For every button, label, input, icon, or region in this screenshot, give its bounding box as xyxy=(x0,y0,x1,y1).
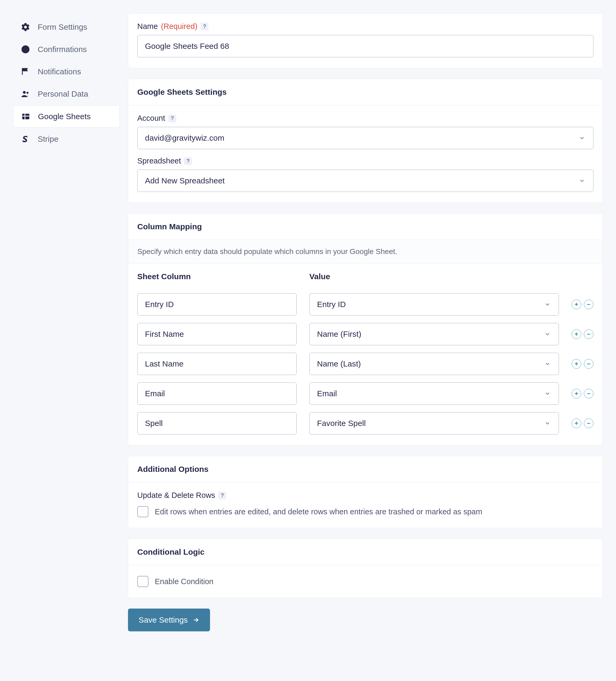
sidebar-item-form-settings[interactable]: Form Settings xyxy=(13,17,120,38)
update-delete-desc: Edit rows when entries are edited, and d… xyxy=(155,507,482,516)
account-label-row: Account ? xyxy=(137,114,593,123)
svg-point-1 xyxy=(23,91,26,94)
help-icon[interactable]: ? xyxy=(200,23,208,30)
sheet-column-input[interactable] xyxy=(137,323,297,345)
add-row-button[interactable]: + xyxy=(572,359,581,369)
save-button-label: Save Settings xyxy=(139,615,188,625)
chevron-down-icon xyxy=(544,301,551,308)
value-option: Favorite Spell xyxy=(317,419,366,428)
row-actions: +− xyxy=(572,300,593,309)
chevron-down-icon xyxy=(578,177,586,184)
arrow-right-icon xyxy=(193,616,199,624)
help-icon[interactable]: ? xyxy=(218,491,226,500)
help-icon[interactable]: ? xyxy=(168,115,176,122)
add-row-button[interactable]: + xyxy=(572,329,581,339)
chevron-down-icon xyxy=(544,390,551,397)
spreadsheet-label-row: Spreadsheet ? xyxy=(137,157,593,165)
value-select[interactable]: Name (First) xyxy=(309,323,559,345)
update-delete-label: Update & Delete Rows xyxy=(137,491,215,500)
remove-row-button[interactable]: − xyxy=(584,389,593,398)
chevron-down-icon xyxy=(544,420,551,427)
spreadsheet-label: Spreadsheet xyxy=(137,157,181,165)
value-select[interactable]: Favorite Spell xyxy=(309,412,559,434)
gear-icon xyxy=(21,22,30,32)
sheet-column-input[interactable] xyxy=(137,412,297,434)
row-actions: +− xyxy=(572,419,593,428)
value-option: Name (Last) xyxy=(317,359,361,368)
remove-row-button[interactable]: − xyxy=(584,359,593,369)
row-actions: +− xyxy=(572,359,593,369)
add-row-button[interactable]: + xyxy=(572,389,581,398)
grid-icon xyxy=(21,112,30,121)
update-delete-checkbox[interactable] xyxy=(137,506,148,517)
card-gsheets-settings: Google Sheets Settings Account ? david@g… xyxy=(128,79,603,203)
mapping-row: Name (First)+− xyxy=(137,323,593,345)
sheet-column-input[interactable] xyxy=(137,293,297,316)
row-actions: +− xyxy=(572,329,593,339)
sidebar-item-label: Confirmations xyxy=(38,45,87,54)
add-row-button[interactable]: + xyxy=(572,419,581,428)
sheet-column-input[interactable] xyxy=(137,353,297,375)
update-delete-label-row: Update & Delete Rows ? xyxy=(137,491,593,500)
name-label: Name xyxy=(137,22,158,31)
people-icon xyxy=(21,89,30,99)
check-circle-icon xyxy=(21,45,30,54)
account-label: Account xyxy=(137,114,165,123)
name-label-row: Name (Required) ? xyxy=(137,22,593,31)
flag-icon xyxy=(21,67,30,76)
sidebar-item-label: Google Sheets xyxy=(38,112,91,121)
sheet-column-header: Sheet Column xyxy=(137,272,297,281)
sidebar-item-label: Notifications xyxy=(38,67,81,76)
sidebar-item-label: Form Settings xyxy=(38,23,88,31)
value-option: Entry ID xyxy=(317,300,346,309)
spreadsheet-select[interactable]: Add New Spreadsheet xyxy=(137,170,593,192)
enable-condition-checkbox[interactable] xyxy=(137,576,148,587)
mapping-row: Favorite Spell+− xyxy=(137,412,593,434)
value-select[interactable]: Entry ID xyxy=(309,293,559,316)
account-value: david@gravitywiz.com xyxy=(145,133,224,143)
value-option: Email xyxy=(317,389,337,398)
feed-name-input[interactable] xyxy=(137,35,593,57)
mapping-row: Email+− xyxy=(137,382,593,405)
value-option: Name (First) xyxy=(317,330,361,339)
mapping-heading: Column Mapping xyxy=(128,213,602,240)
mapping-row: Name (Last)+− xyxy=(137,353,593,375)
add-row-button[interactable]: + xyxy=(572,300,581,309)
chevron-down-icon xyxy=(578,134,586,142)
mapping-description: Specify which entry data should populate… xyxy=(128,240,602,263)
remove-row-button[interactable]: − xyxy=(584,300,593,309)
required-tag: (Required) xyxy=(161,22,197,31)
svg-point-2 xyxy=(27,92,29,94)
enable-condition-label: Enable Condition xyxy=(155,577,214,586)
card-feed-name: Name (Required) ? xyxy=(128,13,603,68)
chevron-down-icon xyxy=(544,360,551,368)
card-conditional-logic: Conditional Logic Enable Condition xyxy=(128,539,603,598)
conditional-heading: Conditional Logic xyxy=(128,539,602,565)
chevron-down-icon xyxy=(544,330,551,338)
remove-row-button[interactable]: − xyxy=(584,329,593,339)
sidebar-item-google-sheets[interactable]: Google Sheets xyxy=(13,106,120,127)
sidebar-item-stripe[interactable]: Stripe xyxy=(13,128,120,150)
help-icon[interactable]: ? xyxy=(184,157,192,165)
sidebar-item-personal-data[interactable]: Personal Data xyxy=(13,83,120,105)
value-header: Value xyxy=(309,272,593,281)
gsheets-heading: Google Sheets Settings xyxy=(128,79,602,105)
card-additional-options: Additional Options Update & Delete Rows … xyxy=(128,456,603,528)
value-select[interactable]: Name (Last) xyxy=(309,353,559,375)
additional-heading: Additional Options xyxy=(128,456,602,482)
spreadsheet-value: Add New Spreadsheet xyxy=(145,176,225,185)
sidebar-item-notifications[interactable]: Notifications xyxy=(13,61,120,82)
row-actions: +− xyxy=(572,389,593,398)
value-select[interactable]: Email xyxy=(309,382,559,405)
sidebar-item-label: Personal Data xyxy=(38,90,88,98)
sheet-column-input[interactable] xyxy=(137,382,297,405)
sidebar-item-label: Stripe xyxy=(38,134,58,144)
remove-row-button[interactable]: − xyxy=(584,419,593,428)
stripe-icon xyxy=(21,134,30,144)
sidebar-item-confirmations[interactable]: Confirmations xyxy=(13,39,120,60)
mapping-row: Entry ID+− xyxy=(137,293,593,316)
account-select[interactable]: david@gravitywiz.com xyxy=(137,127,593,149)
card-column-mapping: Column Mapping Specify which entry data … xyxy=(128,213,603,445)
save-settings-button[interactable]: Save Settings xyxy=(128,609,210,631)
